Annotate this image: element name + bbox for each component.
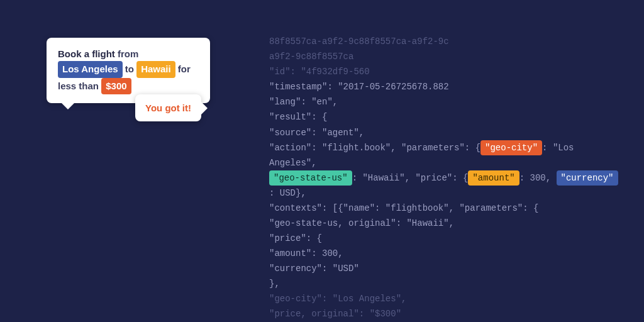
tag-amount: "amount" <box>468 170 519 186</box>
code-line: "price": { <box>269 233 322 243</box>
code-line: "id": "4f932df9-560 <box>269 67 370 77</box>
chip-state: Hawaii <box>136 61 175 77</box>
user-message-bubble: Book a flight from Los Angeles to Hawaii… <box>47 38 210 103</box>
chip-price: $300 <box>101 78 131 94</box>
code-line: "result": { <box>269 112 327 122</box>
code-line: "geo-city": "Los Angeles", <box>269 294 406 304</box>
user-text: from <box>115 48 139 59</box>
code-line: "price, original": "$300" <box>269 309 401 319</box>
code-line: "timestamp": "2017-05-26725678.882 <box>269 82 449 92</box>
code-line: 88f8557ca-a9f2-9c88f8557ca-a9f2-9c <box>269 36 449 47</box>
code-line: a9f2-9c88f8557ca <box>269 52 353 62</box>
agent-text: You got it! <box>145 103 191 113</box>
json-payload: 88f8557ca-a9f2-9c88f8557ca-a9f2-9c a9f2-… <box>269 19 621 322</box>
code-line: "amount": 300, <box>269 248 343 258</box>
code-line: }, <box>269 279 280 289</box>
tag-currency: "currency" <box>557 170 618 186</box>
user-text-strong: Book a flight <box>58 48 115 59</box>
code-line: "action": "flight.book", "parameters": {… <box>269 143 579 168</box>
agent-message-bubble: You got it! <box>135 94 201 121</box>
tag-geo-state: "geo-state-us" <box>269 170 352 186</box>
code-line: "contexts": [{"name": "flightbook", "par… <box>269 203 538 213</box>
code-line: "geo-state-us": "Hawaii", "price": {"amo… <box>269 173 618 198</box>
tag-geo-city: "geo-city" <box>480 140 542 155</box>
code-line: "currency": "USD" <box>269 264 359 274</box>
chip-city: Los Angeles <box>58 61 123 77</box>
code-line: "geo-state-us, original": "Hawaii", <box>269 218 454 228</box>
user-text: to <box>123 64 137 74</box>
code-line: "source": "agent", <box>269 128 364 138</box>
code-line: "lang": "en", <box>269 97 338 107</box>
